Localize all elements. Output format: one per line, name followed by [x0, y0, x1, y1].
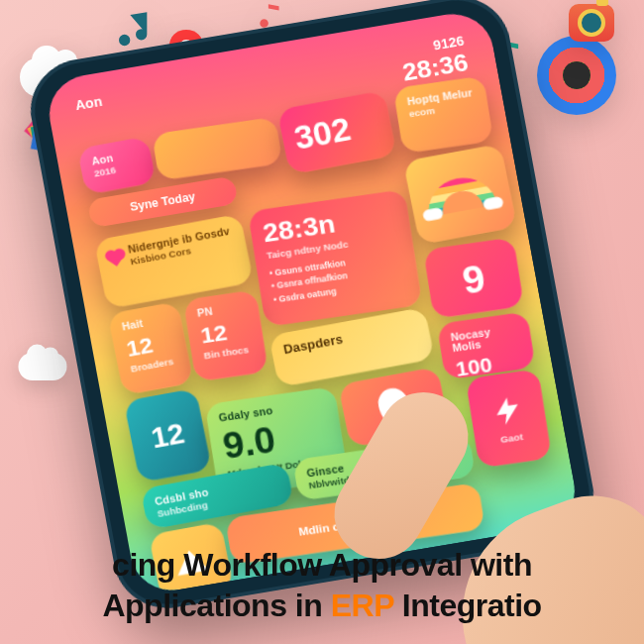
- tile-subinfo-title: Daspders: [282, 318, 417, 357]
- water-drop-icon: [376, 386, 412, 429]
- headline-caption: cing Workflow Approval with Applications…: [0, 545, 644, 626]
- tile-summary1-title: Cdsbl sho: [154, 474, 278, 507]
- tile-12-value: 12: [141, 416, 196, 457]
- heart-icon: [108, 251, 124, 266]
- tile-number-9[interactable]: 9: [423, 237, 524, 319]
- phone-mockup: Aon 9126 28:36 Aon 2016 Syne Today 302: [22, 0, 601, 616]
- tile-summary1-sub: Suhbcding: [157, 486, 281, 519]
- tile-summary2-sub: Nblvwitdny Ut: [308, 459, 463, 490]
- tile-weather[interactable]: 28:3n Taicg ndtny Nodc Gsuns ottrafkion …: [248, 189, 423, 327]
- sync-label: Syne Today: [129, 190, 196, 214]
- tile-rainbow[interactable]: [403, 144, 517, 245]
- tile-category-1[interactable]: Hait 12 Broaders: [107, 301, 193, 395]
- tile-9-value: 9: [460, 258, 488, 302]
- tile-302-value: 302: [291, 105, 382, 157]
- music-note-icon: [119, 12, 153, 52]
- caption-l1-prefix: cing Workflow Approval with: [112, 547, 532, 583]
- caption-erp: ERP: [331, 588, 394, 623]
- caption-line-2: Applications in ERP Integratio: [0, 586, 644, 626]
- tile-category-2[interactable]: PN 12 Bin thocs: [183, 289, 268, 381]
- caption-l2-suffix: Integratio: [393, 588, 541, 623]
- tile-grid: Aon 2016 Syne Today 302 Hoptq Melur ecom: [73, 80, 561, 576]
- tile-info-small[interactable]: Hoptq Melur ecom: [393, 75, 493, 154]
- tile-number-302[interactable]: 302: [276, 90, 396, 174]
- tile-score-label: Gdaly sno: [218, 397, 326, 423]
- tile-score-value: 9.0: [220, 412, 332, 468]
- bolt-icon: [488, 392, 527, 429]
- camera-icon: [569, 4, 614, 42]
- caption-line-1: cing Workflow Approval with: [0, 545, 644, 586]
- tile-status-year: 2016: [93, 161, 142, 179]
- tile-score-sub: Mdevyby Ut Dols: [227, 454, 334, 480]
- caption-l2-prefix: Applications in: [102, 588, 330, 623]
- scene: Aon 9126 28:36 Aon 2016 Syne Today 302: [0, 0, 644, 644]
- tile-action-label: Gaot: [499, 430, 523, 444]
- cloud-icon: [19, 353, 67, 380]
- tile-100-label: Nocasy Molis: [450, 322, 520, 354]
- tile-summary2-title: Ginsce: [306, 446, 461, 479]
- tile-cat2-value: 12: [198, 315, 252, 348]
- tile-status[interactable]: Aon 2016: [77, 136, 157, 195]
- tile-summary-1[interactable]: Cdsbl sho Suhbcding: [140, 463, 294, 530]
- tile-number-100[interactable]: Nocasy Molis 100: [437, 311, 536, 379]
- tile-number-12[interactable]: 12: [124, 388, 212, 483]
- phone-screen: Aon 9126 28:36 Aon 2016 Syne Today 302: [43, 8, 581, 596]
- rainbow-icon: [423, 171, 497, 216]
- status-tag: Aon: [74, 94, 104, 113]
- status-left: Aon: [74, 94, 104, 113]
- target-icon: [537, 36, 616, 115]
- tile-score[interactable]: Gdaly sno 9.0 Mdevyby Ut Dols: [205, 386, 349, 498]
- tile-action[interactable]: Gaot: [466, 369, 552, 469]
